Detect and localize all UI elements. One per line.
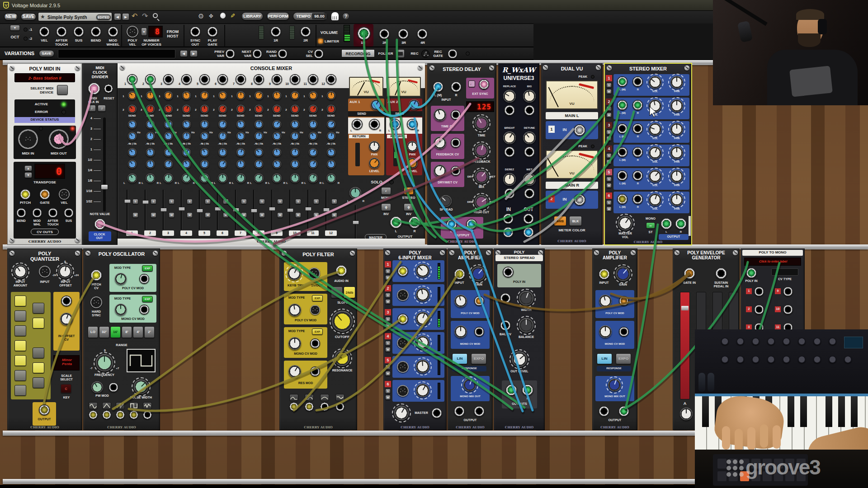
aux1-level-knob[interactable]: [369, 158, 380, 169]
sm-solo-6[interactable]: S: [606, 200, 612, 205]
high-cut-knob[interactable]: [475, 195, 488, 209]
send2-knob-8[interactable]: [255, 105, 263, 113]
master-vol-knob[interactable]: [618, 216, 632, 230]
spread-poly-in-jack[interactable]: [503, 267, 514, 277]
eq-lo-knob-12[interactable]: [327, 160, 335, 169]
favorite-star-icon[interactable]: ★: [40, 14, 45, 20]
console-in-jack-7[interactable]: [236, 74, 246, 84]
mute-button-8[interactable]: M: [259, 212, 265, 218]
amp-poly-cv-jack[interactable]: [474, 296, 484, 306]
main-out-jack-1R[interactable]: [357, 27, 371, 40]
eq-hi-knob-11[interactable]: [309, 120, 317, 129]
res-mod-knob[interactable]: [288, 365, 301, 378]
expo-button[interactable]: EXPO: [471, 353, 486, 364]
filter-mode-button-1[interactable]: [305, 394, 314, 401]
sm-solo-5[interactable]: S: [606, 177, 612, 182]
midi-out-din-jack[interactable]: [49, 129, 69, 149]
pm6-solo-4[interactable]: S: [385, 341, 391, 346]
pm6-mute-5[interactable]: M: [385, 371, 391, 376]
u3-replace-jack[interactable]: [504, 105, 515, 116]
filter-poly-cv-din[interactable]: [310, 305, 320, 315]
fader-handle[interactable]: [179, 207, 185, 211]
aux1-send-knob[interactable]: [371, 99, 382, 110]
eq-himid-freq-knob-3[interactable]: [164, 132, 173, 141]
note-mode-button-2[interactable]: ♫: [98, 105, 106, 112]
mute-button-3[interactable]: M: [169, 212, 175, 218]
solo-button-12[interactable]: S: [331, 199, 337, 204]
u3-big-jack[interactable]: [524, 105, 535, 116]
aux2-return-r-jack[interactable]: [407, 119, 418, 130]
drywet-cv-jack[interactable]: [451, 166, 461, 176]
pm6-in-jack-1[interactable]: [397, 266, 408, 277]
eq-lo-knob-3[interactable]: [164, 160, 173, 169]
amp-input-jack[interactable]: [454, 268, 465, 280]
console-in-jack-1[interactable]: [127, 74, 137, 84]
fader-handle[interactable]: [251, 209, 258, 213]
wave-select-button-4[interactable]: [143, 402, 152, 409]
sm-l-jack-5[interactable]: [617, 170, 627, 181]
solo-button-2[interactable]: S: [151, 199, 156, 204]
pm6-master-out-jack[interactable]: [431, 408, 442, 418]
variation-prev-button[interactable]: ◀: [180, 50, 188, 57]
filter-mono-exp-button[interactable]: EXP: [312, 328, 323, 335]
pm6-solo-6[interactable]: S: [385, 389, 391, 394]
fader-handle[interactable]: [269, 207, 276, 211]
u3-derez-jack[interactable]: [504, 188, 515, 199]
solo-button-1[interactable]: S: [132, 199, 138, 204]
send1-knob-7[interactable]: [236, 91, 245, 100]
eq-lomid-knob-2[interactable]: [146, 148, 155, 157]
mute-button-7[interactable]: M: [241, 212, 247, 218]
pan-knob-7[interactable]: [236, 174, 245, 183]
u3-wet-jack[interactable]: [524, 188, 535, 199]
quantizer-key-white-6[interactable]: [14, 385, 26, 396]
delay-input-r-jack[interactable]: [451, 81, 462, 92]
wave-out-jack-1[interactable]: [102, 410, 111, 419]
ptm-out-jack-1[interactable]: [754, 286, 764, 296]
save-button[interactable]: SAVE: [21, 13, 36, 20]
limiter-led[interactable]: [318, 39, 323, 43]
osc-pitch-cv-jack[interactable]: [90, 269, 102, 281]
module-stereo-mixer[interactable]: STEREO MIXER 1SML (M)RVOLPAN2SML (M)RVOL…: [604, 63, 692, 245]
pan-knob-4[interactable]: [182, 174, 191, 183]
channel-fader-2[interactable]: [145, 190, 146, 230]
in-2r-jack[interactable]: [300, 26, 311, 37]
balloon-icon[interactable]: [220, 13, 226, 19]
solo-button-10[interactable]: S: [295, 199, 301, 204]
mix-knob[interactable]: [475, 170, 488, 183]
eq-himid-freq-knob-7[interactable]: [236, 132, 245, 141]
pw-mod-jack[interactable]: [108, 382, 118, 392]
sm-solo-2[interactable]: S: [606, 106, 612, 111]
amp-output-jack[interactable]: [618, 406, 629, 417]
range-button-LO[interactable]: LO: [88, 326, 98, 338]
delay-input-l-jack[interactable]: [433, 81, 443, 92]
quantizer-input-din[interactable]: [39, 266, 51, 277]
input-amount-knob[interactable]: [14, 265, 27, 278]
sm-l-jack-4[interactable]: [617, 147, 627, 157]
slider-handle[interactable]: [681, 306, 689, 310]
eq-hi-knob-5[interactable]: [200, 120, 209, 129]
sm-pan-knob-1[interactable]: [670, 76, 683, 89]
pm6-solo-2[interactable]: S: [385, 293, 391, 298]
main-out-jack-2R[interactable]: [379, 28, 390, 39]
play-gate-jack[interactable]: [207, 26, 218, 37]
sm-mute-2[interactable]: M: [606, 113, 612, 117]
eq-himid-freq-knob-9[interactable]: [273, 132, 281, 141]
channel-fader-8[interactable]: [253, 190, 255, 230]
wave-select-button-3[interactable]: [129, 402, 138, 409]
sm-r-jack-1[interactable]: [632, 76, 643, 87]
channel-fader-3[interactable]: [163, 190, 165, 230]
send2-knob-10[interactable]: [291, 105, 299, 113]
fader-handle[interactable]: [142, 200, 149, 204]
mute-button-12[interactable]: M: [331, 212, 337, 218]
time-cv-knob[interactable]: [434, 108, 446, 121]
sm-pan-knob-6[interactable]: [670, 193, 683, 206]
variation-jack-1[interactable]: [252, 49, 262, 59]
eq-himid-freq-knob-8[interactable]: [255, 132, 263, 141]
input-offset-knob[interactable]: [58, 265, 72, 278]
u3-out-r-jack[interactable]: [523, 227, 534, 238]
filter-out-jack-3[interactable]: [335, 402, 344, 411]
fader-handle[interactable]: [124, 199, 131, 203]
channel-fader-11[interactable]: [307, 190, 309, 230]
variation-jack-3[interactable]: [314, 49, 324, 59]
variation-next-button[interactable]: ▶: [190, 50, 198, 57]
